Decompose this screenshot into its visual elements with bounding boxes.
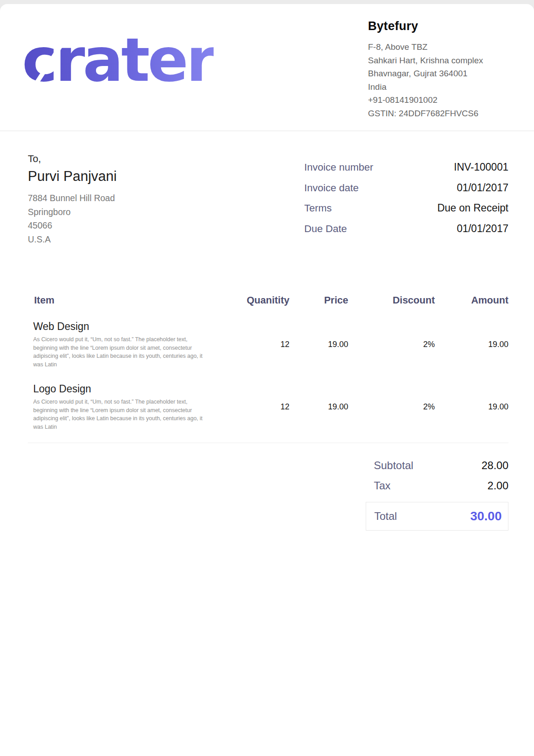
item-price: 19.00 [289,340,348,349]
customer-name: Purvi Panjvani [28,168,117,185]
total-box: Total 30.00 [366,502,508,531]
item-quantity: 12 [213,340,289,349]
item-description: As Cicero would put it, “Um, not so fast… [33,335,213,369]
customer-address-line: 7884 Bunnel Hill Road [28,191,117,205]
due-date-row: Due Date 01/01/2017 [304,223,508,243]
terms-label: Terms [304,202,332,214]
customer-address: 7884 Bunnel Hill Road Springboro 45066 U… [28,191,117,246]
tax-label: Tax [374,479,390,492]
item-amount: 19.00 [435,340,508,349]
subtotal-label: Subtotal [374,459,413,472]
company-address-line: Sahkari Hart, Krishna complex [368,54,516,67]
table-row: Logo Design As Cicero would put it, “Um,… [28,383,508,431]
invoice-header: crater Bytefury F-8, Above TBZ Sahkari H… [0,4,534,131]
quantity-column-header: Quanitity [213,294,289,306]
item-name: Logo Design [33,383,213,395]
crater-logo: crater [22,21,214,111]
invoice-number-value: INV-100001 [454,161,508,173]
total-value: 30.00 [470,509,502,523]
invoice-meta-block: Invoice number INV-100001 Invoice date 0… [304,161,508,246]
discount-column-header: Discount [348,294,435,306]
invoice-number-row: Invoice number INV-100001 [304,161,508,182]
terms-row: Terms Due on Receipt [304,202,508,223]
company-address-line: F-8, Above TBZ [368,40,516,54]
company-name: Bytefury [368,19,516,33]
due-date-value: 01/01/2017 [457,223,508,235]
invoice-body: To, Purvi Panjvani 7884 Bunnel Hill Road… [0,131,534,531]
amount-column-header: Amount [435,294,508,306]
totals-block: Subtotal 28.00 Tax 2.00 Total 30.00 [366,459,508,531]
item-amount: 19.00 [435,402,508,412]
item-price: 19.00 [289,402,348,412]
bill-to-block: To, Purvi Panjvani 7884 Bunnel Hill Road… [28,153,117,246]
to-label: To, [28,153,117,165]
company-address-line: Bhavnagar, Gujrat 364001 [368,67,516,80]
items-table-header: Item Quanitity Price Discount Amount [28,294,508,306]
subtotal-row: Subtotal 28.00 [366,459,508,472]
subtotal-value: 28.00 [481,459,508,472]
company-phone: +91-08141901002 [368,93,516,107]
price-column-header: Price [289,294,348,306]
item-discount: 2% [348,402,435,412]
company-gstin: GSTIN: 24DDF7682FHVCS6 [368,107,516,120]
terms-value: Due on Receipt [437,202,508,214]
items-table: Item Quanitity Price Discount Amount Web… [28,294,508,443]
item-quantity: 12 [213,402,289,412]
tax-value: 2.00 [487,479,508,492]
company-address-line: India [368,80,516,94]
company-info: Bytefury F-8, Above TBZ Sahkari Hart, Kr… [368,19,516,131]
company-address: F-8, Above TBZ Sahkari Hart, Krishna com… [368,40,516,120]
invoice-number-label: Invoice number [304,162,373,173]
table-row: Web Design As Cicero would put it, “Um, … [28,321,508,369]
invoice-date-value: 01/01/2017 [457,182,508,194]
customer-address-line: 45066 [28,219,117,233]
invoice-page: crater Bytefury F-8, Above TBZ Sahkari H… [0,4,534,756]
customer-address-line: Springboro [28,205,117,219]
tax-row: Tax 2.00 [366,479,508,492]
item-discount: 2% [348,340,435,349]
billing-and-meta-row: To, Purvi Panjvani 7884 Bunnel Hill Road… [28,153,508,246]
due-date-label: Due Date [304,223,347,235]
invoice-date-label: Invoice date [304,182,359,194]
item-cell: Logo Design As Cicero would put it, “Um,… [28,383,213,431]
customer-address-line: U.S.A [28,233,117,246]
item-name: Web Design [33,321,213,333]
item-column-header: Item [28,294,213,306]
invoice-date-row: Invoice date 01/01/2017 [304,182,508,202]
item-cell: Web Design As Cicero would put it, “Um, … [28,321,213,369]
table-bottom-divider [28,443,508,443]
total-label: Total [374,510,397,523]
item-description: As Cicero would put it, “Um, not so fast… [33,398,213,431]
